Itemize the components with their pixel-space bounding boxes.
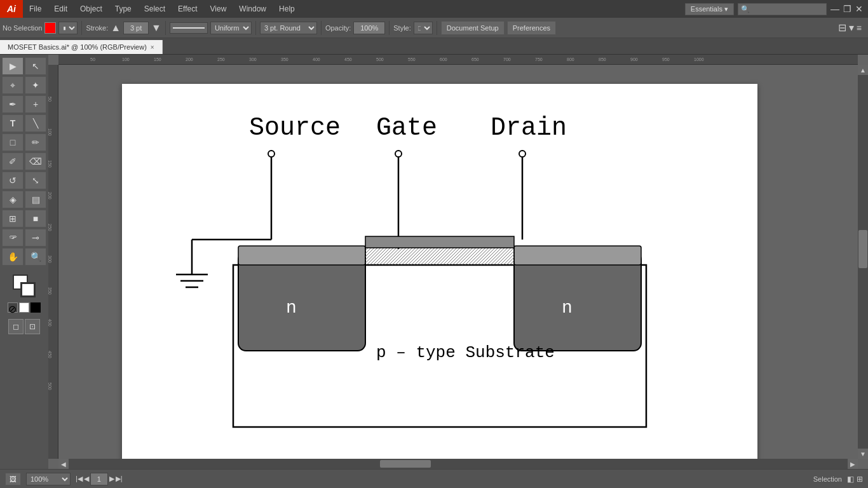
stroke-swatch[interactable] [20, 282, 36, 297]
menu-edit[interactable]: Edit [48, 0, 74, 18]
line-tool[interactable]: ╲ [25, 114, 46, 132]
stroke-style-preview[interactable] [170, 22, 208, 34]
type-tool[interactable]: T [2, 114, 24, 132]
blend-tool[interactable]: ◈ [2, 191, 24, 208]
zoom-select[interactable]: 100% [26, 473, 71, 485]
restore-btn[interactable]: ❐ [843, 4, 851, 14]
gradient-tool[interactable]: ■ [25, 210, 46, 227]
menu-effect[interactable]: Effect [172, 0, 203, 18]
eraser-tool[interactable]: ⌫ [25, 152, 46, 170]
tool-row-10: 🖙 ⊸ [2, 229, 46, 247]
close-btn[interactable]: ✕ [855, 4, 863, 14]
stroke-color-select[interactable]: ■ [58, 22, 78, 34]
h-scroll-thumb[interactable] [380, 460, 431, 468]
tool-row-3: ✒ + [2, 95, 46, 113]
screen-mode-btn[interactable]: ⊡ [25, 319, 40, 334]
preferences-btn[interactable]: Preferences [507, 21, 556, 35]
main-layout: ▶ ↖ ⌖ ✦ ✒ + T ╲ □ ✏ ✐ ⌫ ↺ ⤡ ◈ ▤ [0, 55, 868, 469]
rotate-tool[interactable]: ↺ [2, 172, 24, 189]
draw-mode-btn[interactable]: ◻ [8, 319, 24, 334]
scale-tool[interactable]: ⤡ [25, 172, 46, 189]
menu-file[interactable]: File [23, 0, 48, 18]
magic-wand-tool[interactable]: ✦ [25, 76, 46, 94]
lasso-tool[interactable]: ⌖ [2, 76, 24, 94]
selection-tool[interactable]: ▶ [2, 57, 24, 75]
page-nav: |◀ ◀ ▶ ▶| [76, 473, 123, 485]
menu-view[interactable]: View [204, 0, 233, 18]
page-first-btn[interactable]: |◀ [76, 475, 83, 483]
white-swatch[interactable] [19, 302, 29, 313]
left-panel: ▶ ↖ ⌖ ✦ ✒ + T ╲ □ ✏ ✐ ⌫ ↺ ⤡ ◈ ▤ [0, 55, 48, 469]
artboard-btn[interactable]: 🖼 [5, 473, 21, 485]
svg-text:500: 500 [376, 57, 384, 62]
pencil-tool[interactable]: ✐ [2, 152, 24, 170]
svg-text:550: 550 [408, 57, 416, 62]
stroke-arrow-down[interactable]: ▼ [151, 22, 161, 34]
stroke-value-input[interactable] [123, 22, 149, 34]
add-anchor-tool[interactable]: + [25, 95, 46, 113]
opacity-input[interactable] [353, 22, 385, 34]
fill-stroke-indicator[interactable] [13, 274, 36, 297]
svg-text:1000: 1000 [694, 57, 704, 62]
toolbar-options-icon[interactable]: ▾ [849, 22, 854, 34]
svg-text:250: 250 [217, 57, 225, 62]
svg-text:150: 150 [154, 57, 161, 62]
stroke-arrow-up[interactable]: ▲ [111, 22, 121, 34]
scroll-left-btn[interactable]: ◀ [58, 459, 69, 469]
menu-type[interactable]: Type [109, 0, 138, 18]
scroll-right-btn[interactable]: ▶ [848, 459, 858, 469]
search-bar[interactable]: 🔍 [738, 3, 827, 15]
svg-text:900: 900 [630, 57, 638, 62]
tab-close-btn[interactable]: × [151, 44, 154, 51]
page-last-btn[interactable]: ▶| [116, 475, 123, 483]
arrange-icon[interactable]: ⊟ [838, 22, 846, 34]
canvas-area[interactable]: 50100 150200 250300 350400 450500 550600… [48, 55, 868, 469]
scroll-down-btn[interactable]: ▼ [858, 449, 868, 459]
v-scrollbar[interactable]: ▲ ▼ [858, 65, 868, 459]
graph-tool[interactable]: ▤ [25, 191, 46, 208]
essentials-dropdown[interactable]: Essentials ▾ [685, 3, 734, 15]
stroke-type-select[interactable]: Uniform [210, 22, 252, 34]
svg-text:450: 450 [48, 351, 52, 358]
stroke-cap-select[interactable]: 3 pt. Round [260, 22, 317, 34]
zoom-tool[interactable]: 🔍 [25, 248, 46, 266]
source-n-region [238, 252, 365, 351]
scroll-up-btn[interactable]: ▲ [858, 65, 868, 75]
document-tab[interactable]: MOSFET Basics.ai* @ 100% (RGB/Preview) × [0, 40, 163, 54]
document-setup-btn[interactable]: Document Setup [441, 21, 505, 35]
tab-bar: MOSFET Basics.ai* @ 100% (RGB/Preview) × [0, 38, 868, 55]
menu-select[interactable]: Select [138, 0, 172, 18]
status-icon-2[interactable]: ⊞ [857, 475, 863, 484]
ruler-left: 50 100 150 200 250 300 350 400 450 500 [48, 65, 58, 459]
status-icon-1[interactable]: ◧ [847, 475, 854, 484]
black-swatch[interactable] [31, 302, 41, 313]
h-scrollbar[interactable]: ◀ ▶ [58, 459, 858, 469]
hand-tool[interactable]: ✋ [2, 248, 24, 266]
source-n-label: n [286, 298, 297, 318]
mesh-tool[interactable]: ⊞ [2, 210, 24, 227]
canvas-content: Source Gate Drain [58, 65, 858, 469]
rectangle-tool[interactable]: □ [2, 133, 24, 151]
svg-text:500: 500 [48, 383, 52, 390]
panel-options-icon[interactable]: ≡ [857, 23, 862, 33]
direct-selection-tool[interactable]: ↖ [25, 57, 46, 75]
tool-row-7: ↺ ⤡ [2, 172, 46, 189]
minimize-btn[interactable]: — [831, 4, 839, 14]
page-number-input[interactable] [90, 473, 108, 485]
svg-text:100: 100 [122, 57, 130, 62]
fill-color-box[interactable] [44, 22, 56, 34]
none-swatch[interactable]: ⊘ [8, 302, 18, 313]
tool-row-4: T ╲ [2, 114, 46, 132]
style-select[interactable]: □ [414, 22, 433, 34]
measure-tool[interactable]: ⊸ [25, 229, 46, 247]
menu-object[interactable]: Object [74, 0, 109, 18]
eyedropper-tool[interactable]: 🖙 [2, 229, 24, 247]
menu-window[interactable]: Window [233, 0, 273, 18]
page-prev-btn[interactable]: ◀ [84, 475, 89, 483]
scroll-thumb[interactable] [858, 230, 867, 268]
page-next-btn[interactable]: ▶ [109, 475, 114, 483]
pen-tool[interactable]: ✒ [2, 95, 24, 113]
svg-text:200: 200 [48, 192, 52, 200]
menu-help[interactable]: Help [273, 0, 301, 18]
paintbrush-tool[interactable]: ✏ [25, 133, 46, 151]
